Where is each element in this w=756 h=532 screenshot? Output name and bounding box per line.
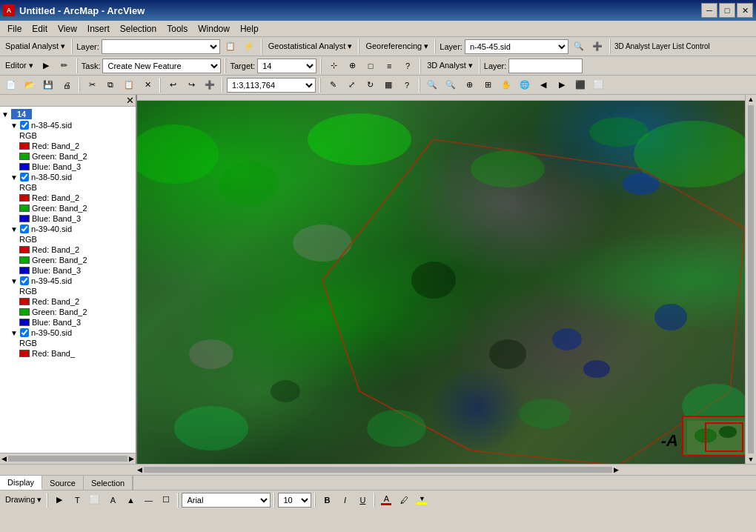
draw-font-color-btn[interactable]: A — [105, 492, 121, 508]
chk-n38-45[interactable] — [20, 121, 29, 130]
buffer-btn[interactable]: □ — [362, 58, 379, 74]
tab-selection[interactable]: Selection — [84, 476, 133, 490]
new-btn[interactable]: 📄 — [3, 77, 19, 93]
draw-shape-btn[interactable]: ⬜ — [87, 492, 103, 508]
hscroll-track[interactable] — [8, 456, 127, 462]
expand-n39-50[interactable]: ▼ — [10, 329, 18, 337]
chk-n39-40[interactable] — [20, 225, 29, 233]
chk-n39-50[interactable] — [20, 328, 29, 337]
fill-color-btn[interactable]: ▼ — [414, 492, 430, 508]
back-btn[interactable]: ◀ — [535, 77, 551, 93]
scroll-right-btn[interactable]: ▶ — [129, 455, 134, 462]
cut-btn[interactable]: ✂ — [84, 77, 100, 93]
spatial-analyst-button[interactable]: Spatial Analyst ▾ — [3, 39, 67, 55]
zoom-in-btn[interactable]: 🔍 — [424, 77, 440, 93]
draw-line-btn[interactable]: — — [140, 492, 156, 508]
zoom-button[interactable]: 🔍 — [571, 39, 587, 55]
tab-source[interactable]: Source — [42, 476, 84, 490]
add-button[interactable]: ➕ — [589, 39, 606, 55]
pan-btn[interactable]: ✋ — [498, 77, 514, 93]
scroll-left-btn[interactable]: ◀ — [1, 455, 7, 462]
expand-n38-45[interactable]: ▼ — [10, 122, 18, 130]
menu-edit[interactable]: Edit — [27, 22, 52, 36]
italic-btn[interactable]: I — [336, 492, 353, 508]
vscroll-thumb[interactable] — [748, 105, 754, 453]
bold-btn[interactable]: B — [319, 492, 335, 508]
delete-btn[interactable]: ✕ — [139, 77, 156, 93]
close-panel-btn[interactable]: ✕ — [126, 95, 134, 106]
root-expand[interactable]: ▼ — [1, 110, 9, 119]
menu-help[interactable]: Help — [236, 22, 263, 36]
open-btn[interactable]: 📂 — [21, 77, 38, 93]
geostatistical-analyst-button[interactable]: Geostatistical Analyst ▾ — [266, 39, 355, 55]
clear-selection-btn[interactable]: ⬜ — [591, 77, 607, 93]
panel-hscrollbar[interactable]: ◀ ▶ — [0, 453, 136, 464]
menu-window[interactable]: Window — [193, 22, 234, 36]
titlebar-controls[interactable]: ─ □ ✕ — [701, 3, 753, 18]
split-btn[interactable]: ⊹ — [325, 58, 342, 74]
font-family-select[interactable]: Arial — [182, 493, 271, 508]
target-select[interactable]: 14 — [257, 59, 316, 73]
globe-btn[interactable]: 🌐 — [517, 77, 533, 93]
chk-n39-45[interactable] — [20, 276, 29, 285]
map-hscroll-track[interactable] — [144, 467, 612, 473]
redo-btn[interactable]: ↪ — [183, 77, 199, 93]
georeferencing-button[interactable]: Georeferencing ▾ — [363, 39, 431, 55]
drawing-dropdown-btn[interactable]: Drawing ▾ — [3, 492, 44, 508]
layer-button2[interactable]: ⚡ — [241, 39, 257, 55]
pan-all-btn[interactable]: ⊕ — [461, 77, 477, 93]
attr-btn[interactable]: ≡ — [381, 58, 397, 74]
full-extent-btn[interactable]: ⊞ — [480, 77, 496, 93]
map-hscrollbar[interactable]: ◀ ▶ — [0, 464, 756, 475]
print-btn[interactable]: 🖨 — [59, 77, 75, 93]
layer-select[interactable] — [102, 39, 220, 54]
save-btn[interactable]: 💾 — [40, 77, 56, 93]
sketch-btn[interactable]: ? — [399, 58, 416, 74]
maximize-button[interactable]: □ — [719, 3, 735, 18]
menu-view[interactable]: View — [53, 22, 82, 36]
close-button[interactable]: ✕ — [737, 3, 753, 18]
minimize-button[interactable]: ─ — [701, 3, 717, 18]
select-tool[interactable]: ⤢ — [343, 77, 359, 93]
menu-insert[interactable]: Insert — [83, 22, 114, 36]
menu-file[interactable]: File — [3, 22, 26, 36]
expand-n39-45[interactable]: ▼ — [10, 277, 18, 285]
rotate-tool[interactable]: ↻ — [362, 77, 378, 93]
vscroll-down-btn[interactable]: ▼ — [747, 455, 755, 464]
menu-tools[interactable]: Tools — [162, 22, 192, 36]
editor-button[interactable]: Editor ▾ — [3, 58, 36, 74]
editor-pencil[interactable]: ✏ — [56, 58, 73, 74]
chk-n38-50[interactable] — [20, 173, 29, 182]
add-data-btn[interactable]: ➕ — [202, 77, 218, 93]
menu-selection[interactable]: Selection — [116, 22, 161, 36]
sketch-tool[interactable]: ✎ — [325, 77, 341, 93]
scale-select[interactable]: 1:3,113,764 — [227, 78, 316, 93]
layer2-select[interactable]: n-45-45.sid — [465, 39, 568, 54]
draw-arrow-btn[interactable]: ▶ — [51, 492, 67, 508]
copy-btn[interactable]: ⧉ — [102, 77, 119, 93]
map-area[interactable]: -A ▲ ▼ — [137, 95, 756, 464]
map-scroll-left[interactable]: ◀ — [137, 466, 142, 473]
tab-display[interactable]: Display — [0, 476, 42, 490]
3d-analyst-button[interactable]: 3D Analyst ▾ — [425, 58, 475, 74]
task-select[interactable]: Create New Feature — [102, 59, 221, 73]
highlight-btn[interactable]: 🖊 — [396, 492, 412, 508]
draw-fill-btn[interactable]: ▲ — [122, 492, 139, 508]
map-top-scroll[interactable] — [137, 95, 745, 101]
3d-layer-input[interactable] — [508, 59, 583, 73]
font-color-picker-btn[interactable]: A — [378, 492, 394, 508]
underline-btn[interactable]: U — [354, 492, 371, 508]
expand-n38-50[interactable]: ▼ — [10, 173, 18, 182]
font-size-select[interactable]: 10 — [278, 493, 311, 508]
map-vscrollbar[interactable]: ▲ ▼ — [745, 95, 756, 464]
attrib-tool[interactable]: ▦ — [380, 77, 397, 93]
vscroll-up-btn[interactable]: ▲ — [747, 95, 755, 104]
fwd-btn[interactable]: ▶ — [554, 77, 570, 93]
intersect-btn[interactable]: ⊕ — [344, 58, 360, 74]
editor-arrow[interactable]: ▶ — [38, 58, 54, 74]
undo-btn[interactable]: ↩ — [165, 77, 181, 93]
identify-tool[interactable]: ? — [399, 77, 415, 93]
draw-shadow-btn[interactable]: ☐ — [158, 492, 174, 508]
expand-n39-40[interactable]: ▼ — [10, 225, 18, 233]
paste-btn[interactable]: 📋 — [121, 77, 137, 93]
